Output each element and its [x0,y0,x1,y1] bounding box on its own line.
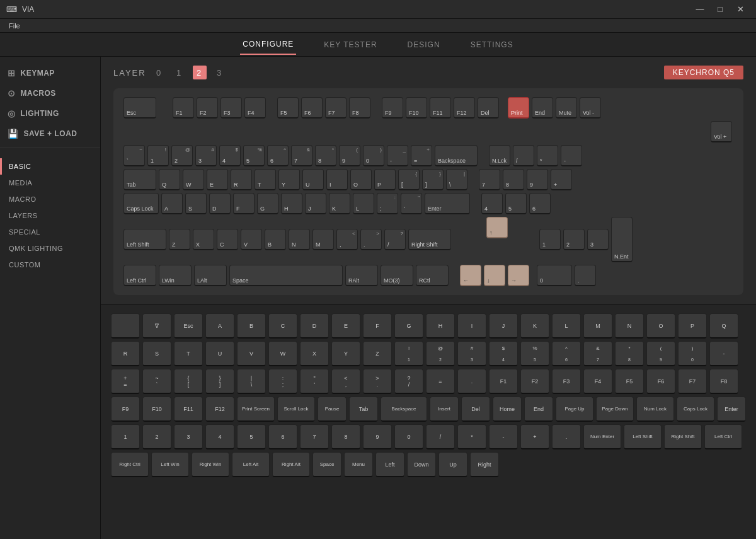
key-num-mul[interactable]: * [537,145,558,166]
picker-f5[interactable]: F5 [615,369,644,394]
key-comma[interactable]: <, [336,229,358,250]
picker-f9[interactable]: F9 [111,397,140,422]
key-num-minus[interactable]: - [561,145,582,166]
key-k[interactable]: K [329,193,350,214]
key-arrow-right[interactable]: → [508,265,529,286]
key-arrow-down[interactable]: ↓ [484,265,505,286]
key-backspace[interactable]: Backspace [435,145,478,166]
picker-tab[interactable]: Tab [349,397,378,422]
picker-page-down[interactable]: Page Down [596,397,634,422]
picker-left-shift[interactable]: Left Shift [624,424,662,449]
picker-x[interactable]: X [300,341,329,366]
picker-page-up[interactable]: Page Up [556,397,593,422]
picker-esc[interactable]: Esc [174,313,203,339]
picker-home[interactable]: Home [493,397,522,422]
category-special[interactable]: SPECIAL [0,224,100,240]
picker-num4[interactable]: 4 [205,424,234,449]
picker-j[interactable]: J [489,313,518,339]
picker-blank[interactable] [111,313,140,339]
key-ralt[interactable]: RAlt [345,265,378,286]
key-num-div[interactable]: / [513,145,534,166]
picker-right[interactable]: Right [470,452,499,477]
picker-numdiv[interactable]: / [426,424,455,449]
key-period[interactable]: >. [360,229,382,250]
picker-right-shift[interactable]: Right Shift [664,424,702,449]
key-f11[interactable]: F11 [430,97,451,119]
maximize-button[interactable]: □ [711,0,730,19]
key-lbracket[interactable]: {[ [398,169,420,190]
key-f5[interactable]: F5 [277,97,299,119]
picker-t[interactable]: T [174,341,203,366]
picker-eq[interactable]: = [426,369,455,394]
key-3[interactable]: #3 [195,145,217,166]
key-lalt[interactable]: LAlt [194,265,227,286]
sidebar-item-macros[interactable]: ⊙ MACROS [0,83,100,103]
picker-amp7[interactable]: &7 [583,341,612,366]
picker-caps-lock[interactable]: Caps Lock [677,397,714,422]
picker-num2[interactable]: 2 [142,424,171,449]
key-u[interactable]: U [302,169,324,190]
key-num-5[interactable]: 5 [505,193,527,214]
key-num-8[interactable]: 8 [503,169,524,190]
key-del-top[interactable]: Del [478,97,499,119]
category-layers[interactable]: LAYERS [0,207,100,224]
key-f3[interactable]: F3 [220,97,242,119]
key-p[interactable]: P [374,169,396,190]
picker-f4[interactable]: F4 [583,369,612,394]
picker-numdot[interactable]: . [552,424,581,449]
picker-trns[interactable]: ∇ [142,313,171,339]
picker-k[interactable]: K [520,313,549,339]
picker-tilde[interactable]: ~` [142,369,171,394]
key-num-1[interactable]: 1 [539,229,561,250]
picker-d[interactable]: D [300,313,329,339]
picker-nummul[interactable]: * [457,424,486,449]
key-semi[interactable]: :; [377,193,398,214]
key-quote[interactable]: "' [401,193,422,214]
category-media[interactable]: MEDIA [0,175,100,191]
picker-o[interactable]: O [646,313,675,339]
tab-settings[interactable]: SETTINGS [468,35,516,54]
picker-numhyp[interactable]: - [489,424,518,449]
key-num-7[interactable]: 7 [479,169,500,190]
picker-l[interactable]: L [552,313,581,339]
picker-lp9[interactable]: (9 [646,341,675,366]
key-1[interactable]: !1 [147,145,169,166]
key-f6[interactable]: F6 [301,97,323,119]
key-n[interactable]: N [289,229,310,250]
picker-excl1[interactable]: !1 [394,341,423,366]
picker-num8[interactable]: 8 [331,424,360,449]
key-c[interactable]: C [217,229,238,250]
picker-plus[interactable]: += [111,369,140,394]
key-num-6[interactable]: 6 [529,193,551,214]
picker-star8[interactable]: *8 [615,341,644,366]
key-z[interactable]: Z [169,229,190,250]
picker-del[interactable]: Del [461,397,490,422]
picker-f2[interactable]: F2 [520,369,549,394]
key-f10[interactable]: F10 [406,97,427,119]
key-end-top[interactable]: End [532,97,553,119]
picker-pipe[interactable]: |\ [237,369,266,394]
key-print[interactable]: Print [508,97,529,119]
picker-rbr[interactable]: }] [205,369,234,394]
picker-car6[interactable]: ^6 [552,341,581,366]
picker-s[interactable]: S [142,341,171,366]
picker-down[interactable]: Down [407,452,436,477]
sidebar-item-lighting[interactable]: ◎ LIGHTING [0,103,100,124]
picker-w[interactable]: W [268,341,297,366]
picker-n[interactable]: N [615,313,644,339]
key-x[interactable]: X [193,229,214,250]
picker-num0[interactable]: 0 [394,424,423,449]
key-lwin[interactable]: LWin [159,265,192,286]
picker-enter[interactable]: Enter [717,397,746,422]
key-q[interactable]: Q [159,169,180,190]
key-l[interactable]: L [353,193,374,214]
sidebar-item-save[interactable]: 💾 SAVE + LOAD [0,124,100,144]
key-mute[interactable]: Mute [556,97,577,119]
picker-dot[interactable]: . [457,369,486,394]
key-4[interactable]: $4 [219,145,241,166]
picker-num6[interactable]: 6 [268,424,297,449]
category-basic[interactable]: BASIC [0,158,100,175]
key-nlck[interactable]: N.Lck [489,145,510,166]
picker-v[interactable]: V [237,341,266,366]
picker-num3[interactable]: 3 [174,424,203,449]
